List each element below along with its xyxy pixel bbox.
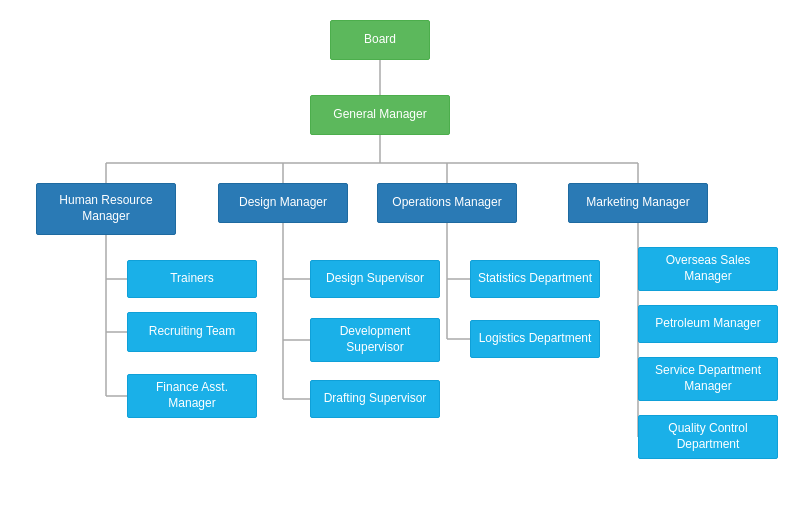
- node-logistics: Logistics Department: [470, 320, 600, 358]
- node-dev_sup: Development Supervisor: [310, 318, 440, 362]
- node-finance: Finance Asst. Manager: [127, 374, 257, 418]
- node-design_sup: Design Supervisor: [310, 260, 440, 298]
- org-chart: BoardGeneral ManagerHuman Resource Manag…: [0, 0, 804, 526]
- node-board: Board: [330, 20, 430, 60]
- node-service_dept: Service Department Manager: [638, 357, 778, 401]
- node-ops_manager: Operations Manager: [377, 183, 517, 223]
- node-draft_sup: Drafting Supervisor: [310, 380, 440, 418]
- node-design_manager: Design Manager: [218, 183, 348, 223]
- node-mkt_manager: Marketing Manager: [568, 183, 708, 223]
- node-petroleum: Petroleum Manager: [638, 305, 778, 343]
- node-trainers: Trainers: [127, 260, 257, 298]
- node-hrm: Human Resource Manager: [36, 183, 176, 235]
- node-general_manager: General Manager: [310, 95, 450, 135]
- node-stats_dept: Statistics Department: [470, 260, 600, 298]
- node-recruiting: Recruiting Team: [127, 312, 257, 352]
- node-overseas: Overseas Sales Manager: [638, 247, 778, 291]
- node-quality: Quality Control Department: [638, 415, 778, 459]
